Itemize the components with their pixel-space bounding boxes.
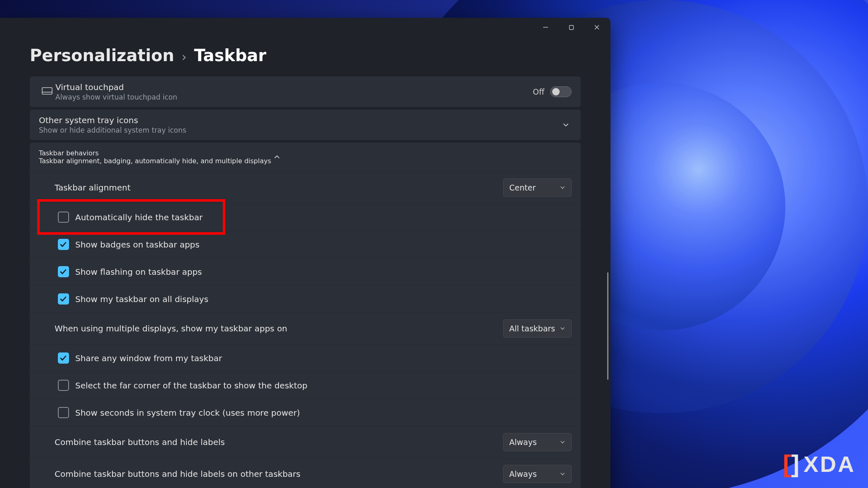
taskbar-alignment-label: Taskbar alignment (55, 183, 503, 193)
other-tray-subtitle: Show or hide additional system tray icon… (39, 126, 560, 134)
taskbar-alignment-value: Center (509, 183, 536, 192)
multi-display-apps-label: When using multiple displays, show my ta… (55, 324, 503, 333)
show-badges-label: Show badges on taskbar apps (72, 240, 572, 250)
combine-other-row: Combine taskbar buttons and hide labels … (30, 458, 581, 488)
taskbar-behaviors-subtitle: Taskbar alignment, badging, automaticall… (39, 157, 271, 165)
virtual-touchpad-toggle[interactable] (550, 86, 572, 97)
multi-display-apps-row: When using multiple displays, show my ta… (30, 312, 581, 344)
auto-hide-taskbar-row[interactable]: Automatically hide the taskbar (30, 203, 581, 231)
show-all-displays-row[interactable]: Show my taskbar on all displays (30, 285, 581, 312)
combine-buttons-value: Always (509, 438, 537, 447)
combine-other-label: Combine taskbar buttons and hide labels … (55, 469, 503, 479)
page-title: Taskbar (194, 46, 266, 65)
multi-display-apps-select[interactable]: All taskbars (503, 319, 572, 338)
far-corner-checkbox[interactable] (58, 380, 69, 391)
multi-display-apps-value: All taskbars (509, 324, 555, 333)
auto-hide-checkbox[interactable] (58, 212, 69, 223)
virtual-touchpad-state: Off (533, 87, 544, 96)
show-flashing-label: Show flashing on taskbar apps (72, 267, 572, 277)
taskbar-behaviors-panel: Taskbar behaviors Taskbar alignment, bad… (30, 143, 581, 488)
taskbar-behaviors-title: Taskbar behaviors (39, 149, 271, 157)
chevron-up-icon (271, 151, 283, 163)
auto-hide-label: Automatically hide the taskbar (72, 212, 572, 222)
breadcrumb-separator-icon: › (181, 50, 186, 64)
other-tray-title: Other system tray icons (39, 115, 560, 125)
show-flashing-row[interactable]: Show flashing on taskbar apps (30, 258, 581, 285)
other-tray-panel: Other system tray icons Show or hide add… (30, 110, 581, 140)
maximize-button[interactable] (558, 18, 584, 37)
combine-buttons-row: Combine taskbar buttons and hide labels … (30, 426, 581, 458)
combine-buttons-select[interactable]: Always (503, 433, 572, 451)
virtual-touchpad-title: Virtual touchpad (55, 82, 533, 92)
other-tray-row[interactable]: Other system tray icons Show or hide add… (30, 110, 581, 140)
svg-rect-4 (42, 88, 52, 94)
combine-other-select[interactable]: Always (503, 465, 572, 483)
far-corner-label: Select the far corner of the taskbar to … (72, 381, 572, 390)
window-titlebar (0, 18, 610, 37)
taskbar-alignment-select[interactable]: Center (503, 179, 572, 197)
minimize-button[interactable] (533, 18, 558, 37)
share-window-label: Share any window from my taskbar (72, 353, 572, 363)
settings-window: Personalization › Taskbar Virtual touchp… (0, 18, 610, 488)
chevron-down-icon (560, 469, 565, 478)
virtual-touchpad-subtitle: Always show virtual touchpad icon (55, 93, 533, 101)
show-badges-row[interactable]: Show badges on taskbar apps (30, 231, 581, 258)
scrollbar-thumb[interactable] (607, 272, 608, 380)
show-seconds-label: Show seconds in system tray clock (uses … (72, 408, 572, 418)
show-all-displays-checkbox[interactable] (58, 293, 69, 305)
share-window-row[interactable]: Share any window from my taskbar (30, 344, 581, 371)
show-seconds-checkbox[interactable] (58, 407, 69, 418)
svg-rect-1 (569, 25, 573, 29)
chevron-down-icon (560, 119, 572, 131)
combine-other-value: Always (509, 469, 537, 478)
xda-watermark: []XDA (783, 450, 856, 478)
combine-buttons-label: Combine taskbar buttons and hide labels (55, 437, 503, 447)
taskbar-behaviors-header[interactable]: Taskbar behaviors Taskbar alignment, bad… (30, 143, 581, 171)
show-badges-checkbox[interactable] (58, 239, 69, 250)
virtual-touchpad-panel: Virtual touchpad Always show virtual tou… (30, 76, 581, 107)
close-button[interactable] (584, 18, 610, 37)
chevron-down-icon (560, 324, 565, 333)
virtual-touchpad-row[interactable]: Virtual touchpad Always show virtual tou… (30, 76, 581, 107)
show-flashing-checkbox[interactable] (58, 266, 69, 277)
chevron-down-icon (560, 438, 565, 447)
breadcrumb: Personalization › Taskbar (30, 46, 581, 65)
show-all-displays-label: Show my taskbar on all displays (72, 294, 572, 304)
breadcrumb-root[interactable]: Personalization (30, 46, 174, 65)
chevron-down-icon (560, 183, 565, 192)
window-content: Personalization › Taskbar Virtual touchp… (0, 37, 610, 488)
touchpad-icon (39, 87, 55, 96)
share-window-checkbox[interactable] (58, 352, 69, 364)
show-seconds-row[interactable]: Show seconds in system tray clock (uses … (30, 399, 581, 426)
far-corner-row[interactable]: Select the far corner of the taskbar to … (30, 371, 581, 399)
taskbar-alignment-row: Taskbar alignment Center (30, 171, 581, 203)
